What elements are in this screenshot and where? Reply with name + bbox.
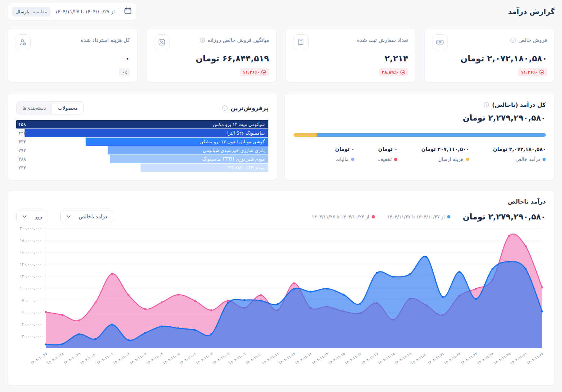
svg-text:۸۰,۰۰۰,۰۰۰: ۸۰,۰۰۰,۰۰۰ (22, 298, 42, 302)
gross-legend-label: مالیات (336, 156, 349, 162)
legend-dot (466, 158, 469, 161)
data-point[interactable] (425, 256, 428, 258)
svg-text:۶۰,۰۰۰,۰۰۰: ۶۰,۰۰۰,۰۰۰ (22, 310, 42, 314)
svg-text:۱۴۰۴-۱۱-۰۳: ۱۴۰۴-۱۱-۰۳ (129, 351, 147, 365)
receipt-icon (293, 34, 309, 50)
data-point[interactable] (376, 272, 378, 274)
svg-text:۱۴۰۴-۱۱-۲۱: ۱۴۰۴-۱۱-۲۱ (427, 352, 445, 366)
data-point[interactable] (210, 333, 212, 335)
data-point[interactable] (359, 302, 361, 305)
info-icon[interactable] (222, 105, 228, 111)
chart-total-value: ۲,۲۷۹,۲۹۰,۵۸۰ تومان (463, 212, 546, 221)
data-point[interactable] (210, 309, 212, 312)
data-point[interactable] (541, 287, 543, 289)
data-point[interactable] (144, 308, 146, 310)
metric-dropdown[interactable]: درآمد ناخالص (60, 210, 113, 223)
svg-text:۱۴۰۴-۱۱-۰۲: ۱۴۰۴-۱۱-۰۲ (112, 351, 131, 365)
data-point[interactable] (61, 343, 64, 345)
data-point[interactable] (392, 276, 394, 278)
data-point[interactable] (194, 300, 196, 302)
data-point[interactable] (293, 288, 295, 290)
bestseller-value: ۲۸۸ (18, 155, 26, 163)
data-point[interactable] (293, 282, 295, 284)
data-point[interactable] (177, 294, 180, 296)
data-point[interactable] (475, 298, 477, 300)
legend-dot (542, 158, 546, 161)
data-point[interactable] (95, 338, 97, 340)
gross-income-stacked-bar (294, 133, 546, 137)
gross-income-value: ۲,۲۷۹,۲۹۰,۵۸۰ تومان (294, 113, 546, 122)
data-point[interactable] (260, 300, 262, 302)
data-point[interactable] (524, 268, 527, 270)
svg-text:۱۴۰۴-۱۱-۱۳: ۱۴۰۴-۱۱-۱۳ (294, 351, 313, 365)
data-point[interactable] (409, 273, 411, 275)
svg-text:۱۴۰۴-۱۱-۱۴: ۱۴۰۴-۱۱-۱۴ (311, 352, 329, 366)
bestseller-row[interactable]: مودم فیبر نوری FTTH سامسونگ۲۸۸ (16, 155, 268, 163)
data-point[interactable] (177, 327, 180, 329)
data-point[interactable] (161, 325, 163, 327)
data-point[interactable] (61, 314, 64, 316)
data-point[interactable] (326, 288, 328, 290)
data-point[interactable] (541, 310, 543, 313)
legend-dot (351, 158, 354, 161)
data-point[interactable] (458, 271, 461, 273)
data-point[interactable] (227, 300, 229, 302)
data-point[interactable] (276, 303, 278, 305)
data-point[interactable] (78, 319, 80, 322)
data-point[interactable] (260, 294, 262, 296)
kpi-trend-badge: -۱۱.۲۶٪ (518, 68, 547, 76)
data-point[interactable] (127, 339, 130, 341)
kpi-title: فروش خالص (518, 37, 547, 43)
svg-text:۱۴۰۴-۱۱-۰۵: ۱۴۰۴-۱۱-۰۵ (162, 351, 181, 365)
tab-categories[interactable]: دسته‌بندی‌ها (17, 102, 52, 114)
data-point[interactable] (475, 288, 477, 290)
data-point[interactable] (508, 235, 510, 237)
chart-title: درآمد ناخالص (508, 198, 546, 205)
data-point[interactable] (144, 332, 146, 334)
kpi-value: ۶۶,۸۴۴,۵۱۹ تومان (154, 54, 269, 63)
data-point[interactable] (524, 245, 527, 247)
bestseller-row[interactable]: باتری شارژی خورشیدی شیائومی۲۹۲ (16, 146, 268, 154)
data-point[interactable] (45, 311, 47, 313)
data-point[interactable] (161, 301, 163, 304)
bestseller-row[interactable]: سامسونگ S۲۶ الترا۴۴۳ (16, 129, 268, 137)
data-point[interactable] (243, 299, 246, 301)
data-point[interactable] (78, 333, 80, 335)
compare-pill[interactable]: مقایسه: پارسال (12, 7, 51, 17)
data-point[interactable] (343, 294, 345, 296)
data-point[interactable] (227, 302, 229, 304)
svg-text:۱۴۰۴-۱۱-۱۸: ۱۴۰۴-۱۱-۱۸ (377, 351, 395, 365)
bestsellers-bar-chart: شیائومی میت ۱۴ پرو مکس۴۵۸سامسونگ S۲۶ الت… (16, 120, 268, 172)
tab-products[interactable]: محصولات (52, 102, 83, 114)
gross-income-card: کل درآمد (ناخالص) ۲,۲۷۹,۲۹۰,۵۸۰ تومان ۲,… (285, 93, 555, 180)
date-range-picker[interactable]: از ۱۴۰۴/۱۰/۲۷ تا ۱۴۰۴/۱۱/۲۷ مقایسه: پارس… (7, 3, 137, 20)
info-icon[interactable] (484, 102, 489, 108)
data-point[interactable] (45, 343, 47, 345)
legend-dot (447, 215, 450, 218)
kpi-card-orders-count: تعداد سفارش ثبت شده ۲,۲۱۴ -۳۸.۸۹٪ (285, 28, 416, 82)
info-icon[interactable] (510, 38, 516, 43)
data-point[interactable] (310, 291, 312, 293)
data-point[interactable] (508, 261, 510, 263)
trend-down-icon (400, 70, 405, 75)
kpi-trend-badge: -۳۸.۸۹٪ (379, 68, 408, 76)
bestseller-row[interactable]: مودم TD ۸۸۲۰ LTE۲۳۲ (16, 164, 268, 172)
info-icon[interactable] (200, 38, 205, 43)
data-point[interactable] (442, 296, 444, 298)
svg-text:۱۴۰۴-۱۱-۲۷: ۱۴۰۴-۱۱-۲۷ (526, 351, 544, 365)
kpi-title: میانگین فروش خالص روزانه (208, 37, 269, 43)
svg-text:۱۴۰۴-۱۱-۱۵: ۱۴۰۴-۱۱-۱۵ (328, 351, 346, 365)
data-point[interactable] (111, 273, 113, 275)
compare-prefix: مقایسه: (31, 9, 47, 14)
data-point[interactable] (492, 268, 494, 270)
data-point[interactable] (111, 324, 113, 326)
bestseller-row[interactable]: شیائومی میت ۱۴ پرو مکس۴۵۸ (16, 120, 268, 129)
bestseller-row[interactable]: گوشی موبایل ایفون ۱۷ پرو مشکی۳۳۲ (16, 138, 268, 146)
stackbar-segment (294, 133, 317, 137)
period-dropdown[interactable]: روز (16, 210, 48, 223)
svg-text:۱۸۰,۰۰۰,۰۰۰: ۱۸۰,۰۰۰,۰۰۰ (20, 238, 42, 243)
legend-dot (394, 158, 397, 161)
data-point[interactable] (194, 329, 196, 331)
data-point[interactable] (127, 294, 130, 296)
data-point[interactable] (95, 301, 97, 304)
